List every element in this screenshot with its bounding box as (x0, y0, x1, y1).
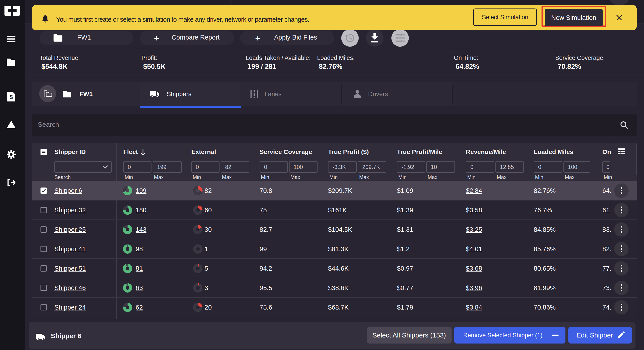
svg-text:$: $ (10, 94, 13, 100)
